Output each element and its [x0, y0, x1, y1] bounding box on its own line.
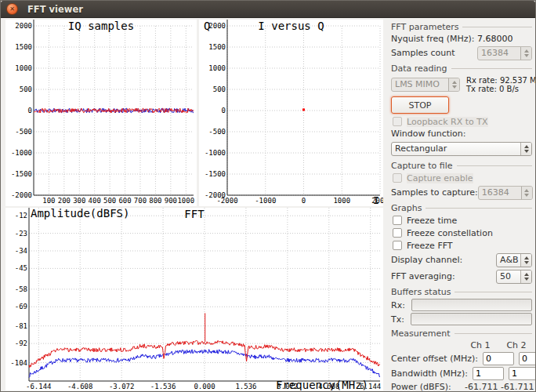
svg-text:-1500: -1500	[11, 170, 32, 178]
center-offset-label: Center offset (MHz):	[391, 354, 478, 364]
svg-text:500: 500	[20, 85, 32, 93]
chevron-updown-icon[interactable]	[520, 143, 531, 155]
stream-rates: Rx rate: 92.537 MB/s Tx rate: 0 B/s	[466, 76, 536, 93]
section-measurement: Measurement	[391, 328, 532, 339]
samples-to-capture-label: Samples to capture:	[391, 187, 478, 198]
ch2-header: Ch 2	[501, 340, 532, 350]
bandwidth-ch2-input[interactable]	[509, 367, 536, 380]
freeze-fft-checkbox[interactable]: Freeze FFT	[393, 240, 531, 251]
svg-text:-500: -500	[208, 128, 226, 136]
section-fft-parameters-label: FFT parameters	[391, 22, 458, 32]
loopback-checkbox-box[interactable]	[393, 117, 402, 126]
section-buffers: Buffers status	[391, 287, 532, 297]
samples-count-row: Samples count 16384	[391, 45, 532, 60]
svg-text:0: 0	[302, 197, 306, 205]
section-rule	[455, 333, 532, 334]
section-rule	[451, 68, 532, 69]
samples-to-capture-value: 16384	[479, 187, 521, 199]
spinner-arrows-icon[interactable]	[520, 270, 531, 283]
close-button[interactable]: ✕	[6, 3, 18, 15]
section-graphs-label: Graphs	[391, 203, 422, 213]
spinner-arrows-icon[interactable]	[521, 187, 532, 199]
freeze-time-checkbox-box[interactable]	[393, 216, 402, 225]
freeze-constellation-checkbox[interactable]: Freeze constellation	[393, 227, 531, 238]
samples-count-spinner[interactable]: 16384	[477, 46, 532, 60]
bandwidth-ch1-input[interactable]	[473, 367, 504, 380]
window-function-select[interactable]: Rectangular	[391, 142, 532, 156]
fft-averaging-spinner[interactable]: 50	[496, 270, 532, 284]
loopback-checkbox[interactable]: Loopback RX to TX	[393, 116, 531, 127]
svg-text:0: 0	[28, 107, 32, 114]
svg-text:-104: -104	[10, 359, 27, 367]
display-channel-select[interactable]: A&B	[496, 253, 532, 267]
device-row: LMS MIMO Rx rate: 92.537 MB/s Tx rate: 0…	[391, 75, 532, 94]
svg-text:-12: -12	[15, 212, 27, 220]
tx-rate-value: 0 B/s	[499, 85, 519, 93]
chevron-updown-icon[interactable]	[448, 78, 459, 91]
section-data-reading-label: Data reading	[391, 64, 447, 74]
svg-text:Frequency(MHz): Frequency(MHz)	[276, 379, 368, 390]
freeze-constellation-label: Freeze constellation	[407, 228, 493, 238]
power-ch2-value: -61.711	[501, 382, 532, 392]
svg-text:1000: 1000	[333, 197, 350, 205]
section-rule	[455, 292, 532, 292]
freeze-fft-checkbox-box[interactable]	[393, 241, 402, 250]
svg-text:1000: 1000	[208, 64, 226, 72]
window-title: FFT viewer	[27, 4, 83, 15]
constellation-plot[interactable]: 2000150010005000-500-1000-1500-2000-2000…	[199, 20, 383, 206]
svg-text:1500: 1500	[15, 43, 32, 51]
samples-count-label: Samples count	[391, 48, 477, 58]
spinner-arrows-icon[interactable]	[520, 47, 531, 60]
window-function-row: Rectangular	[391, 140, 532, 158]
svg-text:700: 700	[134, 197, 147, 205]
iq-samples-plot[interactable]: 2000150010005000-500-1000-1500-200010020…	[5, 20, 197, 206]
capture-enable-checkbox-box[interactable]	[393, 173, 402, 183]
samples-to-capture-spinner[interactable]: 16384	[478, 186, 533, 200]
svg-text:-1000: -1000	[11, 149, 32, 157]
control-panel: FFT parameters Nyquist freq (MHz): 7.680…	[386, 18, 536, 392]
rx-buffer-progressbar	[411, 299, 532, 311]
section-data-reading: Data reading	[391, 64, 532, 74]
svg-text:FFT: FFT	[184, 208, 205, 220]
svg-text:500: 500	[213, 85, 226, 93]
fft-viewer-window: ✕ FFT viewer 2000150010005000-500-1000-1…	[0, 0, 536, 392]
center-offset-ch2-input[interactable]	[519, 352, 536, 365]
svg-text:1500: 1500	[208, 43, 226, 51]
svg-text:-6.144: -6.144	[26, 383, 52, 390]
titlebar[interactable]: ✕ FFT viewer	[1, 1, 535, 18]
capture-enable-checkbox[interactable]: Capture enable	[393, 172, 531, 183]
svg-text:-3.072: -3.072	[109, 383, 135, 390]
section-rule	[462, 27, 532, 27]
tx-buffer-progressbar	[411, 313, 532, 325]
svg-text:1000: 1000	[177, 197, 194, 205]
svg-text:-1500: -1500	[205, 170, 226, 178]
freeze-constellation-checkbox-box[interactable]	[393, 228, 402, 238]
svg-text:-34: -34	[15, 247, 27, 255]
fft-averaging-row: FFT averaging: 50	[391, 269, 532, 284]
svg-text:500: 500	[103, 197, 116, 205]
freeze-time-checkbox[interactable]: Freeze time	[393, 215, 531, 226]
section-fft-parameters: FFT parameters	[391, 22, 532, 32]
svg-text:-1000: -1000	[255, 197, 276, 205]
bandwidth-row: Bandwidth (MHz):	[391, 367, 532, 380]
svg-text:0: 0	[222, 107, 226, 114]
svg-text:200: 200	[58, 197, 71, 205]
fft-plot[interactable]: -12-23-34-45-58-69-81-92-104-6.144-4.608…	[5, 208, 383, 390]
window-function-label-row: Window function:	[391, 129, 532, 139]
stop-button[interactable]: STOP	[391, 96, 449, 114]
svg-text:100: 100	[42, 197, 55, 205]
chevron-updown-icon[interactable]	[520, 254, 531, 267]
svg-text:800: 800	[149, 197, 161, 205]
svg-text:IQ samples: IQ samples	[68, 20, 134, 32]
rx-buffer-label: Rx:	[391, 300, 405, 310]
power-ch1-value: -61.711	[465, 382, 496, 392]
section-rule	[457, 165, 532, 166]
device-select[interactable]: LMS MIMO	[391, 78, 460, 92]
svg-text:2000: 2000	[208, 22, 226, 30]
device-value: LMS MIMO	[392, 78, 448, 91]
svg-text:0.000: 0.000	[194, 383, 215, 390]
center-offset-ch1-input[interactable]	[483, 352, 514, 365]
svg-text:1000: 1000	[15, 64, 32, 72]
svg-text:-92: -92	[15, 339, 27, 347]
fft-averaging-label: FFT averaging:	[391, 271, 496, 281]
